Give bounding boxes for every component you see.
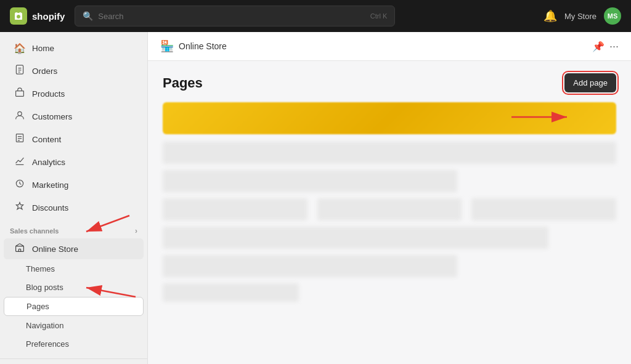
svg-marker-12 (16, 203, 23, 209)
sidebar-item-marketing-label: Marketing (32, 180, 68, 190)
sidebar-subitem-navigation-label: Navigation (26, 321, 63, 330)
sidebar-item-customers-label: Customers (32, 112, 72, 121)
products-icon (14, 87, 26, 100)
sales-channels-label: Sales channels (10, 227, 59, 235)
sidebar-item-home[interactable]: 🏠 Home (4, 38, 144, 59)
more-options-icon[interactable]: ··· (609, 40, 619, 53)
sidebar-subitem-blog-posts-label: Blog posts (26, 283, 63, 292)
blurred-cell-1 (163, 198, 307, 220)
shopify-bag-icon (10, 7, 27, 25)
pages-header: Pages Add page (163, 73, 616, 92)
content-header: 🏪 Online Store 📌 ··· (148, 32, 631, 61)
search-bar[interactable]: 🔍 Ctrl K (75, 6, 395, 26)
blurred-row-2 (163, 170, 457, 192)
blurred-cell-2 (317, 198, 462, 220)
home-icon: 🏠 (14, 42, 26, 54)
blurred-content (163, 102, 616, 302)
sidebar-item-analytics[interactable]: Analytics (4, 151, 144, 173)
marketing-icon (14, 179, 26, 191)
customers-icon (14, 110, 26, 123)
sidebar-item-online-store[interactable]: Online Store (4, 238, 144, 259)
pin-icon[interactable]: 📌 (592, 41, 605, 52)
search-icon: 🔍 (83, 11, 93, 21)
sidebar-item-customers[interactable]: Customers (4, 105, 144, 127)
discounts-icon (14, 201, 26, 214)
sidebar-item-discounts[interactable]: Discounts (4, 196, 144, 219)
breadcrumb: 🏪 Online Store (160, 39, 227, 53)
header-actions: 📌 ··· (592, 40, 619, 53)
svg-rect-0 (16, 65, 23, 74)
svg-point-5 (18, 111, 22, 115)
store-name-label[interactable]: My Store (564, 12, 596, 21)
main-layout: 🏠 Home Orders Products Customers (0, 32, 631, 364)
sidebar-item-marketing[interactable]: Marketing (4, 174, 144, 196)
page-title: Pages (163, 75, 203, 91)
sidebar-subitem-pages-label: Pages (26, 302, 49, 311)
analytics-icon (14, 156, 26, 168)
topnav-right: 🔔 My Store MS (543, 7, 621, 25)
sidebar-item-orders[interactable]: Orders (4, 60, 144, 82)
breadcrumb-title: Online Store (179, 41, 227, 51)
search-shortcut: Ctrl K (370, 12, 388, 20)
sidebar-item-home-label: Home (32, 44, 54, 53)
main-content: 🏪 Online Store 📌 ··· Pages Add page (148, 32, 631, 364)
sidebar: 🏠 Home Orders Products Customers (0, 32, 148, 364)
blurred-row-1 (163, 142, 616, 164)
sidebar-item-online-store-label: Online Store (32, 245, 78, 254)
sidebar-subitem-preferences[interactable]: Preferences (4, 335, 144, 353)
sidebar-subitem-themes[interactable]: Themes (4, 260, 144, 278)
sidebar-bottom: Point of Sale (0, 358, 147, 364)
shopify-wordmark: shopify (32, 11, 65, 22)
blurred-cell-4 (163, 283, 299, 302)
blurred-cell-3 (471, 198, 616, 220)
sidebar-subitem-pages[interactable]: Pages (4, 297, 144, 316)
yellow-banner (163, 102, 616, 134)
sidebar-item-content[interactable]: Content (4, 128, 144, 150)
sidebar-subitem-navigation[interactable]: Navigation (4, 317, 144, 334)
notifications-bell-icon[interactable]: 🔔 (543, 9, 557, 23)
pages-area: Pages Add page (148, 61, 631, 364)
add-page-button[interactable]: Add page (564, 73, 616, 92)
avatar[interactable]: MS (604, 7, 621, 25)
blurred-row-4 (163, 255, 457, 277)
online-store-sidebar-icon (14, 243, 26, 255)
svg-rect-4 (16, 91, 24, 97)
sidebar-item-products[interactable]: Products (4, 83, 144, 105)
sidebar-subitem-blog-posts[interactable]: Blog posts (4, 278, 144, 296)
blurred-row-3 (163, 227, 548, 249)
shopify-logo[interactable]: shopify (10, 7, 65, 25)
sidebar-subitem-themes-label: Themes (26, 264, 55, 273)
sidebar-subitem-preferences-label: Preferences (26, 339, 69, 349)
online-store-header-icon: 🏪 (160, 39, 174, 53)
sales-channels-section-title: Sales channels › (0, 219, 147, 238)
sidebar-item-products-label: Products (32, 89, 65, 99)
sidebar-item-discounts-label: Discounts (32, 203, 68, 212)
sidebar-item-analytics-label: Analytics (32, 158, 65, 167)
sidebar-item-orders-label: Orders (32, 67, 57, 76)
sales-channels-chevron[interactable]: › (135, 227, 137, 235)
content-icon (14, 133, 26, 145)
topnav: shopify 🔍 Ctrl K 🔔 My Store MS (0, 0, 631, 32)
sidebar-item-content-label: Content (32, 135, 61, 144)
search-input[interactable] (98, 12, 365, 21)
orders-icon (14, 65, 26, 77)
sidebar-nav: 🏠 Home Orders Products Customers (0, 32, 147, 358)
